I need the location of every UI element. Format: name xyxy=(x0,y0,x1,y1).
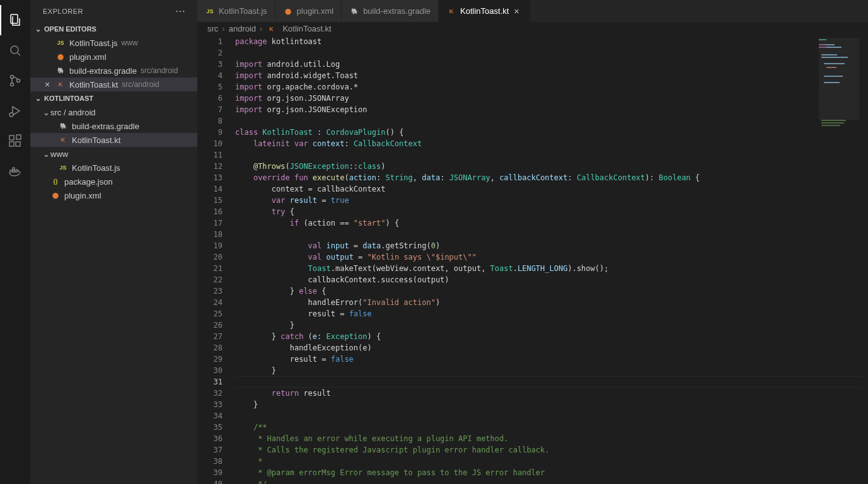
code-line[interactable]: handleException(e) xyxy=(235,342,868,354)
file-item[interactable]: 🐘build-extras.gradle xyxy=(30,119,197,133)
activity-search-icon[interactable] xyxy=(0,35,30,66)
file-item[interactable]: JSKotlinToast.js xyxy=(30,161,197,175)
editor-tab[interactable]: JSKotlinToast.js xyxy=(197,0,275,22)
editor-tab[interactable]: 🐘build-extras.gradle xyxy=(342,0,439,22)
line-number: 29 xyxy=(197,354,223,365)
breadcrumbs[interactable]: src›android›KKotlinToast.kt xyxy=(197,22,868,36)
chevron-down-icon: ⌄ xyxy=(42,108,50,117)
tab-label: KotlinToast.js xyxy=(219,6,267,16)
file-item[interactable]: ⬤plugin.xml xyxy=(30,188,197,202)
breadcrumb-segment[interactable]: android xyxy=(229,24,256,33)
sidebar-title-bar: EXPLORER ⋯ xyxy=(30,0,197,22)
code-line[interactable]: * @param errorMsg Error message to pass … xyxy=(235,467,868,478)
code-line[interactable] xyxy=(235,47,868,59)
code-line[interactable]: import android.util.Log xyxy=(235,59,868,70)
minimap[interactable] xyxy=(819,38,859,164)
code-line[interactable] xyxy=(235,229,868,240)
line-number: 35 xyxy=(197,422,223,433)
code-line[interactable]: val input = data.getString(0) xyxy=(235,240,868,251)
code-line[interactable]: val output = "Kotlin says \"$input\"" xyxy=(235,251,868,263)
code-line[interactable]: * xyxy=(235,456,868,467)
folder-item[interactable]: ⌄ www xyxy=(30,147,197,161)
file-name: KotlinToast.kt xyxy=(69,80,118,89)
sidebar-more-icon[interactable]: ⋯ xyxy=(175,5,186,17)
open-editor-item[interactable]: 🐘build-extras.gradlesrc/android xyxy=(30,64,197,78)
code-line[interactable]: var result = true xyxy=(235,195,868,206)
breadcrumb-segment[interactable]: KotlinToast.kt xyxy=(282,24,331,33)
code-line[interactable]: */ xyxy=(235,478,868,484)
folder-item[interactable]: ⌄ src / android xyxy=(30,105,197,119)
js-file-icon: JS xyxy=(58,163,68,173)
code-line[interactable]: } xyxy=(235,365,868,376)
project-header[interactable]: ⌄ KOTLINTOAST xyxy=(30,91,197,105)
code-line[interactable]: override fun execute(action: String, dat… xyxy=(235,172,868,183)
code-content[interactable]: package kotlintoastimport android.util.L… xyxy=(235,36,868,484)
minimap-viewport[interactable] xyxy=(819,38,859,120)
file-item[interactable]: {}package.json xyxy=(30,175,197,188)
code-line[interactable]: } xyxy=(235,399,868,410)
line-number: 19 xyxy=(197,240,223,251)
code-line[interactable]: try { xyxy=(235,206,868,217)
activity-extensions-icon[interactable] xyxy=(0,126,30,156)
line-number: 40 xyxy=(197,478,223,484)
code-line[interactable]: } catch (e: Exception) { xyxy=(235,331,868,342)
code-line[interactable]: import android.widget.Toast xyxy=(235,70,868,81)
code-line[interactable]: } else { xyxy=(235,285,868,297)
json-file-icon: {} xyxy=(50,176,61,187)
code-line[interactable] xyxy=(235,149,868,161)
code-line[interactable]: Toast.makeText(webView.context, output, … xyxy=(235,263,868,274)
code-editor[interactable]: 1234567891011121314151617181920212223242… xyxy=(197,36,868,484)
code-line[interactable]: result = false xyxy=(235,354,868,365)
activity-scm-icon[interactable] xyxy=(0,66,30,96)
line-number: 2 xyxy=(197,47,223,59)
code-line[interactable]: if (action == "start") { xyxy=(235,217,868,229)
code-line[interactable]: import org.apache.cordova.* xyxy=(235,81,868,93)
code-line[interactable]: lateinit var context: CallbackContext xyxy=(235,138,868,149)
code-line[interactable]: * Handles an error while executing a plu… xyxy=(235,433,868,444)
file-name: KotlinToast.js xyxy=(72,163,120,173)
editor-tab[interactable]: KKotlinToast.kt× xyxy=(439,0,531,22)
open-editor-item[interactable]: ×KKotlinToast.ktsrc/android xyxy=(30,78,197,91)
code-line[interactable] xyxy=(235,410,868,422)
editor-tab[interactable]: ⬤plugin.xml xyxy=(275,0,342,22)
code-line[interactable] xyxy=(235,115,868,127)
code-line[interactable]: context = callbackContext xyxy=(235,183,868,195)
open-editors-header[interactable]: ⌄ OPEN EDITORS xyxy=(30,22,197,36)
code-line[interactable]: return result xyxy=(235,388,868,399)
activity-explorer-icon[interactable] xyxy=(0,5,30,35)
line-number: 39 xyxy=(197,467,223,478)
code-line[interactable]: package kotlintoast xyxy=(235,36,868,47)
svg-rect-0 xyxy=(11,14,18,23)
svg-rect-6 xyxy=(9,135,14,140)
activity-debug-icon[interactable] xyxy=(0,96,30,126)
gradle-file-icon: 🐘 xyxy=(55,66,66,76)
breadcrumb-segment[interactable]: src xyxy=(207,24,218,33)
code-line[interactable]: callbackContext.success(output) xyxy=(235,274,868,285)
line-number: 7 xyxy=(197,104,223,115)
line-number: 9 xyxy=(197,127,223,138)
code-line[interactable]: } xyxy=(235,320,868,331)
line-number: 16 xyxy=(197,206,223,217)
code-line[interactable]: @Throws(JSONException::class) xyxy=(235,161,868,172)
file-name: build-extras.gradle xyxy=(72,122,139,131)
kt-file-icon: K xyxy=(58,135,68,145)
close-icon[interactable]: × xyxy=(514,6,523,16)
xml-file-icon: ⬤ xyxy=(55,52,66,62)
activity-docker-icon[interactable] xyxy=(0,156,30,187)
open-editor-item[interactable]: JSKotlinToast.jswww xyxy=(30,36,197,50)
open-editor-item[interactable]: ⬤plugin.xml xyxy=(30,50,197,64)
gradle-file-icon: 🐘 xyxy=(349,6,359,16)
line-number: 34 xyxy=(197,410,223,422)
line-number: 14 xyxy=(197,183,223,195)
code-line[interactable]: * Calls the registered Javascript plugin… xyxy=(235,444,868,456)
code-line[interactable]: result = false xyxy=(235,308,868,320)
line-number: 10 xyxy=(197,138,223,149)
file-name: build-extras.gradle xyxy=(69,66,137,76)
code-line[interactable]: class KotlinToast : CordovaPlugin() { xyxy=(235,127,868,138)
code-line[interactable]: import org.json.JSONArray xyxy=(235,93,868,104)
code-line[interactable]: /** xyxy=(235,422,868,433)
file-item[interactable]: KKotlinToast.kt xyxy=(30,133,197,147)
code-line[interactable]: handleError("Invalid action") xyxy=(235,297,868,308)
close-icon[interactable]: × xyxy=(42,79,53,89)
code-line[interactable]: import org.json.JSONException xyxy=(235,104,868,115)
